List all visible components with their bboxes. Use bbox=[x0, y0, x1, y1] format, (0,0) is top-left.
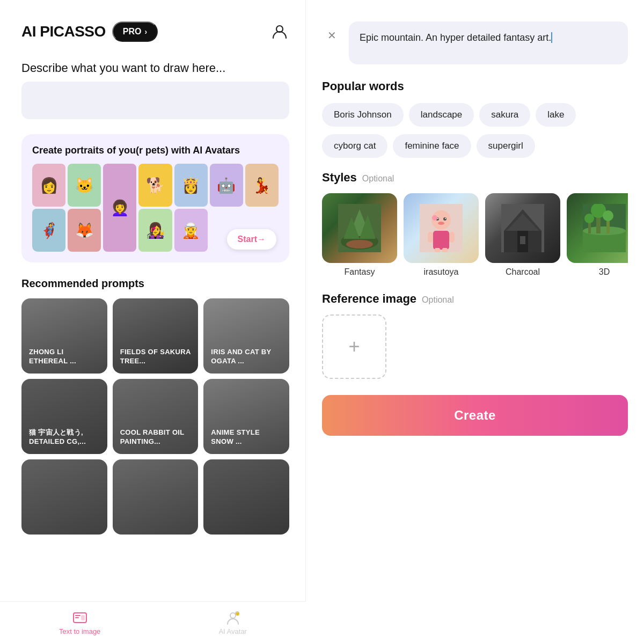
avatar-cell: 👩‍🎤 bbox=[138, 209, 172, 252]
nav-label-text-to-image: Text to image bbox=[59, 627, 100, 635]
style-label-irasutoya: irasutoya bbox=[424, 267, 459, 277]
prompt-card[interactable] bbox=[113, 459, 199, 535]
left-panel: AI PICASSO PRO › Describe what you want … bbox=[0, 0, 306, 644]
styles-row: Fantasy bbox=[322, 193, 628, 277]
logo: AI PICASSO PRO › bbox=[21, 21, 158, 42]
style-thumb-fantasy bbox=[322, 193, 397, 263]
prompt-card[interactable]: FIELDS OF SAKURA TREE... bbox=[113, 298, 199, 374]
close-button[interactable]: ✕ bbox=[322, 26, 341, 45]
svg-rect-25 bbox=[435, 248, 440, 252]
app-container: AI PICASSO PRO › Describe what you want … bbox=[0, 0, 644, 644]
svg-text:🙂: 🙂 bbox=[236, 612, 240, 616]
svg-rect-4 bbox=[81, 615, 85, 620]
svg-point-39 bbox=[603, 210, 613, 221]
prompts-label: Recommended prompts bbox=[21, 277, 289, 290]
header: AI PICASSO PRO › bbox=[21, 21, 289, 42]
style-card-irasutoya[interactable]: irasutoya bbox=[404, 193, 479, 277]
tag-boris-johnson[interactable]: Boris Johnson bbox=[322, 103, 404, 127]
avatars-section: Create portraits of you(r pets) with AI … bbox=[21, 134, 289, 262]
svg-rect-22 bbox=[433, 231, 449, 250]
svg-rect-31 bbox=[520, 236, 525, 244]
svg-point-17 bbox=[443, 217, 447, 221]
start-button[interactable]: Start→ bbox=[227, 229, 276, 250]
tag-landscape[interactable]: landscape bbox=[409, 103, 474, 127]
chevron-icon: › bbox=[144, 27, 147, 36]
avatar-cell: 🦸 bbox=[32, 209, 65, 252]
tags-row-2: cyborg cat feminine face supergirl bbox=[322, 134, 628, 158]
svg-point-13 bbox=[346, 240, 373, 248]
prompt-card[interactable]: COOL RABBIT OIL PAINTING... bbox=[113, 379, 199, 454]
app-title: AI PICASSO bbox=[21, 23, 106, 40]
search-box-area: ✕ Epic mountain. An hyper detailed fanta… bbox=[322, 21, 628, 64]
bottom-nav: Text to image 🙂 AI Avatar bbox=[0, 601, 306, 644]
style-label-3d: 3D bbox=[599, 267, 610, 277]
style-thumb-irasutoya bbox=[404, 193, 479, 263]
ref-title: Reference image bbox=[322, 292, 416, 306]
styles-title: Styles bbox=[322, 171, 357, 185]
tag-feminine-face[interactable]: feminine face bbox=[393, 134, 471, 158]
styles-optional: Optional bbox=[362, 174, 394, 184]
plus-icon: + bbox=[348, 335, 360, 358]
popular-words-title: Popular words bbox=[322, 79, 628, 93]
style-card-charcoal[interactable]: Charcoal bbox=[485, 193, 560, 277]
create-button[interactable]: Create bbox=[322, 395, 628, 436]
prompt-card[interactable]: ANIME STYLE SNOW ... bbox=[203, 379, 289, 454]
avatars-title: Create portraits of you(r pets) with AI … bbox=[32, 145, 279, 156]
styles-header: Styles Optional bbox=[322, 171, 628, 185]
svg-rect-23 bbox=[428, 232, 433, 243]
svg-rect-3 bbox=[75, 617, 79, 618]
style-label-charcoal: Charcoal bbox=[506, 267, 540, 277]
nav-item-text-to-image[interactable]: Text to image bbox=[59, 610, 100, 635]
ai-avatar-icon: 🙂 bbox=[225, 610, 240, 625]
right-panel: ✕ Epic mountain. An hyper detailed fanta… bbox=[306, 0, 644, 644]
prompt-card[interactable]: ZHONG LI ETHEREAL ... bbox=[21, 298, 107, 374]
avatar-cell: 🦊 bbox=[68, 209, 101, 252]
svg-point-21 bbox=[432, 215, 437, 221]
cursor bbox=[551, 32, 552, 43]
avatar-cell: 👩 bbox=[32, 164, 65, 207]
svg-point-19 bbox=[445, 218, 446, 219]
ref-upload[interactable]: + bbox=[322, 314, 386, 379]
avatar-cell: 🐱 bbox=[68, 164, 101, 207]
style-label-fantasy: Fantasy bbox=[345, 267, 375, 277]
user-icon[interactable] bbox=[270, 22, 289, 41]
nav-item-ai-avatar[interactable]: 🙂 AI Avatar bbox=[218, 610, 247, 635]
pro-button[interactable]: PRO › bbox=[112, 21, 158, 42]
svg-rect-26 bbox=[442, 248, 448, 252]
prompt-card[interactable] bbox=[21, 459, 107, 535]
avatar-cell: 🐕 bbox=[138, 164, 172, 207]
describe-input[interactable] bbox=[21, 82, 289, 119]
avatar-cell: 💃 bbox=[245, 164, 279, 207]
tags-row-1: Boris Johnson landscape sakura lake bbox=[322, 103, 628, 127]
ref-header: Reference image Optional bbox=[322, 292, 628, 306]
svg-rect-2 bbox=[75, 615, 80, 616]
avatar-cell: 🧝 bbox=[174, 209, 208, 252]
tag-supergirl[interactable]: supergirl bbox=[477, 134, 535, 158]
style-card-fantasy[interactable]: Fantasy bbox=[322, 193, 397, 277]
style-thumb-3d bbox=[567, 193, 628, 263]
tag-sakura[interactable]: sakura bbox=[479, 103, 530, 127]
prompt-card[interactable] bbox=[203, 459, 289, 535]
nav-label-ai-avatar: AI Avatar bbox=[218, 627, 247, 635]
prompt-card[interactable]: 猫 宇宙人と戦う, DETAILED CG,... bbox=[21, 379, 107, 454]
describe-label: Describe what you want to draw here... bbox=[21, 61, 289, 75]
svg-point-5 bbox=[230, 613, 236, 618]
search-text: Epic mountain. An hyper detailed fantasy… bbox=[360, 32, 551, 43]
text-to-image-icon bbox=[72, 610, 87, 625]
svg-point-41 bbox=[584, 214, 594, 223]
prompts-grid: ZHONG LI ETHEREAL ... FIELDS OF SAKURA T… bbox=[21, 298, 289, 535]
tag-cyborg-cat[interactable]: cyborg cat bbox=[322, 134, 387, 158]
prompt-card[interactable]: IRIS AND CAT BY OGATA ... bbox=[203, 298, 289, 374]
avatar-cell: 🤖 bbox=[210, 164, 243, 207]
ref-optional: Optional bbox=[422, 295, 454, 305]
tag-lake[interactable]: lake bbox=[536, 103, 576, 127]
avatar-cell: 👸 bbox=[174, 164, 208, 207]
search-box[interactable]: Epic mountain. An hyper detailed fantasy… bbox=[349, 21, 628, 64]
style-thumb-charcoal bbox=[485, 193, 560, 263]
avatar-cell: 👩‍🦱 bbox=[103, 164, 136, 252]
svg-rect-24 bbox=[449, 232, 455, 243]
svg-point-18 bbox=[437, 218, 438, 219]
svg-point-20 bbox=[438, 222, 444, 225]
style-card-3d[interactable]: 3D bbox=[567, 193, 628, 277]
